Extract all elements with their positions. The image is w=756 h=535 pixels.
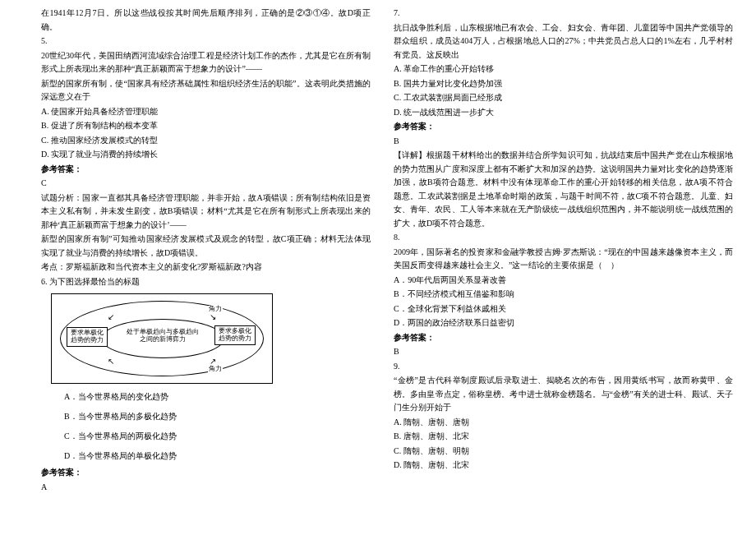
q5-option-a: A. 使国家开始具备经济管理职能 [41,105,371,119]
arrow-icon: ↘ [210,311,216,325]
q5-option-b: B. 促进了所有制结构的根本变革 [41,119,371,133]
q9-option-d: D. 隋朝、唐朝、北宋 [394,459,733,473]
q5-stem-1: 20世纪30年代，美国田纳西河流域综合治理工程是经济计划工作的杰作，尤其是它在所… [41,49,371,76]
q7-option-c: C. 工农武装割据局面已经形成 [394,91,733,105]
diagram-right-box: 要求多极化趋势的势力 [214,325,256,345]
carryover-text: 在1941年12月7日。所以这些战役按其时间先后顺序排列，正确的是②③①④。故D… [41,7,371,34]
q9-number: 9. [394,360,733,374]
q7-stem: 抗日战争胜利后，山东根据地已有农会、工会、妇女会、青年团、儿童团等中国共产党领导… [394,21,733,62]
q5-answer-label: 参考答案： [41,163,371,177]
q6-diagram: 要求单极化趋势的势力 处于单极趋向与多极趋向之间的新博弈力 要求多极化趋势的势力… [51,293,273,384]
q6-option-d: D．当今世界格局的单极化趋势 [64,446,220,466]
q5-number: 5. [41,35,371,48]
q9-option-a: A. 隋朝、唐朝、唐朝 [394,416,733,430]
q8-option-c: C．全球化背景下利益休戚相关 [394,302,733,316]
q5-explanation-1: 试题分析：国家一直都其具备经济管理职能，并非开始，故A项错误；所有制结构依旧是资… [41,191,371,233]
q6-option-c: C．当今世界格局的两极化趋势 [64,427,220,446]
q5-option-c: C. 推动国家经济发展模式的转型 [41,134,371,148]
q5-option-d: D. 实现了就业与消费的持续增长 [41,148,371,162]
q8-answer-label: 参考答案： [394,331,733,345]
q5-stem-2: 新型的国家所有制，使“国家具有经济基础属性和组织经济生活的职能”。这表明此类措施… [41,77,371,104]
q7-answer-label: 参考答案： [394,120,733,134]
q5-answer: C [41,177,371,191]
q9-stem: “金榜”是古代科举制度殿试后录取进士、揭晓名次的布告，因用黄纸书写，故而称黄甲、… [394,374,733,415]
q6-answer-label: 参考答案： [41,466,371,480]
arrow-icon: ↗ [210,355,216,369]
q5-explanation-2: 新型的国家所有制”可知推动国家经济发展模式及观念的转型，故C项正确；材料无法体现… [41,233,371,260]
left-column: 在1941年12月7日。所以这些战役按其时间先后顺序排列，正确的是②③①④。故D… [41,7,387,535]
q7-number: 7. [394,7,733,21]
q6-answer: A [41,481,371,495]
q7-option-b: B. 国共力量对比变化趋势加强 [394,77,733,91]
q6-stem: 6. 为下图选择最恰当的标题 [41,275,371,289]
q6-option-a: A．当今世界格局的变化趋势 [64,387,220,407]
diagram-center-label: 处于单极趋向与多极趋向之间的新博弈力 [126,329,200,344]
q8-option-a: A．90年代后两国关系显著改善 [394,274,733,288]
q7-explanation: 【详解】根据题干材料给出的数据并结合所学知识可知，抗战结束后中国共产党在山东根据… [394,149,733,230]
q9-option-c: C. 隋朝、唐朝、明朝 [394,445,733,459]
q8-number: 8. [394,231,733,245]
q8-option-b: B．不同经济模式相互借鉴和影响 [394,288,733,302]
q8-stem: 2009年，国际著名的投资家和金融学教授吉姆·罗杰斯说：“现在的中国越来越像资本… [394,246,733,273]
q9-option-b: B. 唐朝、唐朝、北宋 [394,430,733,444]
arrow-icon: ↙ [108,311,114,325]
q6-options: A．当今世界格局的变化趋势 B．当今世界格局的多极化趋势 C．当今世界格局的两极… [41,387,371,466]
q5-explanation-3: 考点：罗斯福新政和当代资本主义的新变化?罗斯福新政?内容 [41,261,371,274]
q7-option-d: D. 统一战线范围进一步扩大 [394,106,733,120]
q8-option-d: D．两国的政治经济联系日益密切 [394,316,733,330]
arrow-icon: ↖ [108,355,114,369]
diagram-left-box: 要求单极化趋势的势力 [67,327,108,347]
right-column: 7. 抗日战争胜利后，山东根据地已有农会、工会、妇女会、青年团、儿童团等中国共产… [387,7,733,535]
exam-page: 在1941年12月7日。所以这些战役按其时间先后顺序排列，正确的是②③①④。故D… [0,0,756,535]
q7-answer: B [394,135,733,149]
q7-option-a: A. 革命工作的重心开始转移 [394,62,733,76]
q6-option-b: B．当今世界格局的多极化趋势 [64,407,220,427]
q8-answer: B [394,345,733,359]
